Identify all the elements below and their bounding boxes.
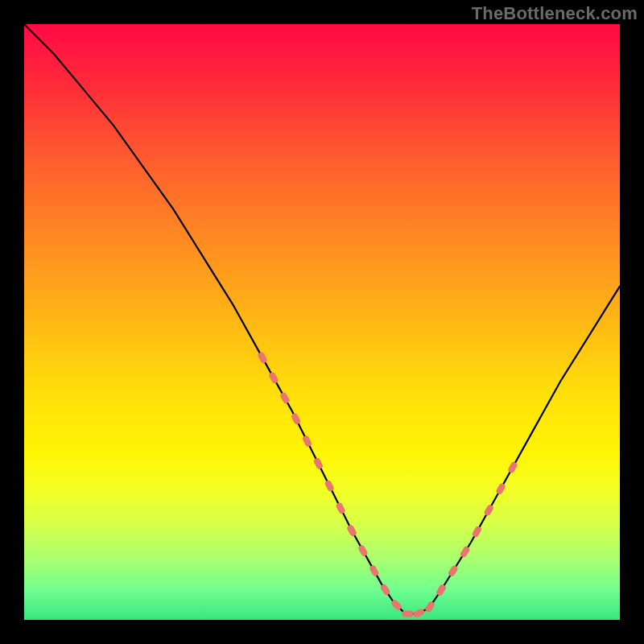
marker-dash — [346, 524, 357, 537]
marker-dash — [279, 391, 291, 404]
marker-dash — [302, 435, 312, 448]
marker-dash — [436, 584, 447, 597]
marker-dash — [412, 608, 425, 618]
marker-dash — [402, 611, 413, 617]
marker-dash — [507, 461, 518, 474]
marker-dash — [335, 502, 345, 514]
watermark-text: TheBottleneck.com — [472, 3, 638, 24]
curve-markers — [257, 351, 518, 618]
marker-dash — [424, 601, 436, 613]
marker-dash — [324, 479, 334, 492]
marker-dash — [390, 599, 403, 612]
marker-dash — [346, 524, 357, 537]
marker-dash — [291, 412, 301, 425]
chart-svg — [24, 24, 620, 620]
marker-dash — [448, 564, 459, 577]
marker-dash — [472, 525, 483, 538]
marker-dash — [495, 482, 506, 495]
marker-dash — [313, 457, 324, 470]
marker-dash — [436, 584, 447, 597]
chart-frame: TheBottleneck.com — [0, 0, 644, 644]
marker-dash — [257, 351, 268, 364]
marker-dash — [483, 504, 494, 517]
marker-dash — [379, 583, 390, 596]
marker-dash — [357, 544, 369, 557]
bottleneck-curve-line — [24, 24, 620, 614]
marker-dash — [369, 564, 380, 577]
marker-dash — [268, 371, 279, 384]
marker-dash — [459, 546, 470, 559]
chart-plot-area — [24, 24, 620, 620]
